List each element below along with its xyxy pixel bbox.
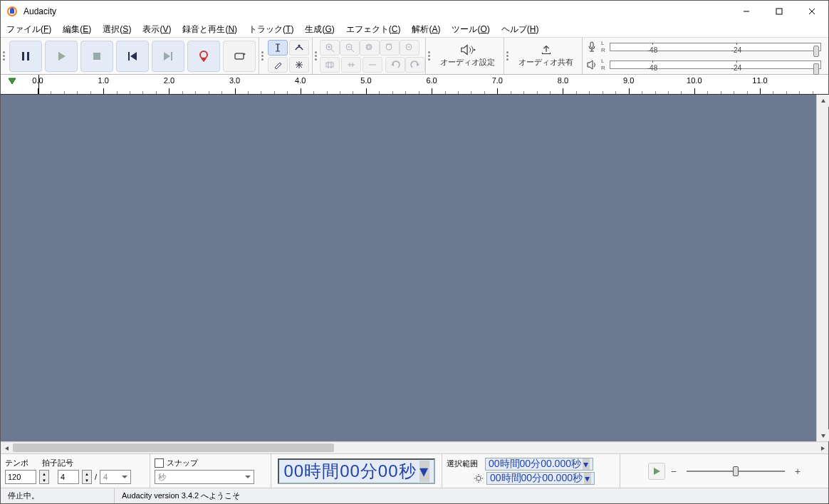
time-panel: 00時間00分00秒 ▾ <box>271 454 442 488</box>
toolbar-grip[interactable] <box>2 43 6 70</box>
menu-edit[interactable]: 編集(E) <box>57 22 97 37</box>
svg-marker-52 <box>588 61 593 69</box>
svg-rect-5 <box>22 52 24 61</box>
vertical-scrollbar[interactable] <box>816 95 828 441</box>
horizontal-scrollbar[interactable] <box>1 441 828 453</box>
timesig-denominator-select[interactable]: 4 <box>100 470 131 484</box>
pause-button[interactable] <box>9 41 42 72</box>
scroll-up-button[interactable] <box>817 95 829 107</box>
zoom-out-button[interactable] <box>340 40 360 56</box>
toolbar-grip[interactable] <box>427 43 432 70</box>
menu-file[interactable]: ファイル(F) <box>1 22 57 37</box>
trim-button[interactable] <box>320 57 340 73</box>
gear-icon[interactable] <box>474 473 484 483</box>
menu-generate[interactable]: 生成(G) <box>299 22 340 37</box>
timeline-options-button[interactable] <box>1 75 24 94</box>
close-button[interactable] <box>796 1 828 22</box>
toolbar-grip[interactable] <box>506 43 510 70</box>
audio-setup-button[interactable]: オーディオ設定 <box>433 44 502 68</box>
selection-start-display[interactable]: 00時間00分00.000秒▾ <box>485 458 593 471</box>
tempo-input[interactable]: 120 <box>5 470 36 484</box>
share-audio-button[interactable]: オーディオ共有 <box>511 44 580 68</box>
speed-minus-label: − <box>671 466 677 477</box>
bottom-toolbar: テンポ 拍子記号 120 ▲▼ 4 ▲▼ / 4 スナップ 秒 <box>1 453 828 488</box>
svg-marker-16 <box>244 53 246 56</box>
playback-meter-icon[interactable] <box>584 59 600 70</box>
timeline-ruler-row: 0.01.02.03.04.05.06.07.08.09.010.011.0 <box>1 75 828 95</box>
scroll-right-button[interactable] <box>816 442 828 454</box>
silence-button[interactable] <box>341 57 361 73</box>
app-window: Audacity ファイル(F) 編集(E) 選択(S) 表示(V) 録音と再生… <box>0 0 829 504</box>
skip-start-button[interactable] <box>116 41 149 72</box>
minimize-button[interactable] <box>730 1 763 22</box>
sync-lock-button[interactable] <box>363 57 382 73</box>
skip-end-button[interactable] <box>152 41 184 72</box>
playback-meter-slider[interactable] <box>813 63 819 75</box>
menu-analyze[interactable]: 解析(A) <box>406 22 446 37</box>
snap-unit-select[interactable]: 秒 <box>155 470 254 484</box>
redo-button[interactable] <box>405 57 425 73</box>
svg-marker-67 <box>654 468 660 475</box>
zoom-in-button[interactable] <box>320 40 340 56</box>
record-button[interactable] <box>187 41 220 72</box>
scroll-down-button[interactable] <box>817 429 829 441</box>
menu-effect[interactable]: エフェクト(C) <box>340 22 407 37</box>
multi-tool-button[interactable] <box>289 57 309 73</box>
svg-marker-46 <box>461 46 466 55</box>
selection-tool-button[interactable] <box>268 40 288 56</box>
menu-help[interactable]: ヘルプ(H) <box>496 22 545 37</box>
timeline-ruler[interactable]: 0.01.02.03.04.05.06.07.08.09.010.011.0 <box>24 75 828 94</box>
svg-line-65 <box>476 481 476 481</box>
fit-project-button[interactable] <box>380 40 400 56</box>
current-time-display[interactable]: 00時間00分00秒 ▾ <box>278 458 434 484</box>
playback-meter[interactable]: LR -48 -24 <box>601 57 824 73</box>
record-meter-icon[interactable] <box>584 41 600 53</box>
time-format-dropdown[interactable]: ▾ <box>419 461 429 482</box>
audio-setup-toolbar: オーディオ設定 <box>426 38 504 74</box>
svg-marker-10 <box>130 52 137 61</box>
menu-tracks[interactable]: トラック(T) <box>243 22 299 37</box>
tracks-area[interactable] <box>1 95 828 441</box>
record-meter-slider[interactable] <box>813 46 819 57</box>
svg-rect-37 <box>326 63 333 67</box>
status-message: Audacity version 3.4.2 へようこそ <box>115 488 828 503</box>
menu-view[interactable]: 表示(V) <box>137 22 177 37</box>
play-button[interactable] <box>45 41 78 72</box>
playback-speed-slider[interactable] <box>682 464 789 478</box>
zoom-toggle-button[interactable] <box>400 40 419 56</box>
loop-button[interactable] <box>223 41 256 72</box>
scroll-left-button[interactable] <box>1 442 13 454</box>
tempo-label: テンポ <box>5 458 39 468</box>
toolbar-grip[interactable] <box>261 43 265 70</box>
fit-selection-button[interactable] <box>360 40 380 56</box>
selection-panel: 選択範囲 00時間00分00.000秒▾ 00時間00分00.000秒▾ <box>442 454 620 488</box>
svg-rect-9 <box>128 52 130 61</box>
undo-button[interactable] <box>385 57 405 73</box>
timesig-num-spinner[interactable]: ▲▼ <box>82 470 92 484</box>
scrollbar-thumb[interactable] <box>13 443 334 452</box>
svg-rect-12 <box>171 52 172 61</box>
menu-tools[interactable]: ツール(O) <box>446 22 495 37</box>
snap-checkbox[interactable] <box>155 458 164 468</box>
svg-marker-56 <box>5 446 9 451</box>
app-icon <box>6 6 18 17</box>
share-audio-label: オーディオ共有 <box>518 57 573 68</box>
edit-toolbar <box>313 38 426 74</box>
snap-label: スナップ <box>167 458 198 468</box>
menu-select[interactable]: 選択(S) <box>97 22 137 37</box>
tempo-spinner[interactable]: ▲▼ <box>39 470 49 484</box>
toolbar-grip[interactable] <box>314 43 318 70</box>
record-meter[interactable]: LR -48 -24 <box>601 39 824 55</box>
play-at-speed-button[interactable] <box>648 463 665 480</box>
timesig-label: 拍子記号 <box>42 458 73 468</box>
speaker-icon <box>586 59 598 70</box>
draw-tool-button[interactable] <box>268 57 288 73</box>
envelope-tool-button[interactable] <box>289 40 309 56</box>
menu-transport[interactable]: 録音と再生(N) <box>177 22 243 37</box>
stop-button[interactable] <box>80 41 113 72</box>
selection-end-display[interactable]: 00時間00分00.000秒▾ <box>486 472 595 485</box>
timesig-numerator-input[interactable]: 4 <box>58 470 79 484</box>
svg-point-32 <box>366 44 372 50</box>
svg-marker-11 <box>164 52 170 61</box>
maximize-button[interactable] <box>763 1 796 22</box>
